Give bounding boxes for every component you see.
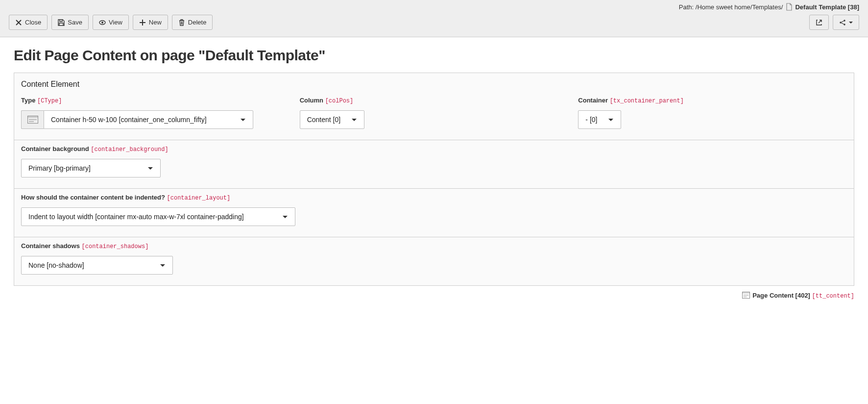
select-type[interactable]: Container h-50 w-100 [container_one_colu… xyxy=(44,110,253,129)
select-layout[interactable]: Indent to layout width [container mx-aut… xyxy=(21,207,295,226)
field-label-shadows: Container shadows [container_shadows] xyxy=(21,242,847,250)
new-button[interactable]: New xyxy=(133,15,168,30)
svg-rect-10 xyxy=(742,292,749,294)
svg-point-4 xyxy=(844,24,845,25)
field-column: Column [colPos] Content [0] xyxy=(300,97,569,129)
chevron-down-icon xyxy=(147,164,153,172)
svg-rect-6 xyxy=(27,116,38,118)
svg-rect-11 xyxy=(743,295,748,296)
field-label-background: Container background [container_backgrou… xyxy=(21,145,847,153)
svg-rect-7 xyxy=(29,119,37,120)
open-external-button[interactable] xyxy=(809,15,829,30)
techname-container: [tx_container_parent] xyxy=(610,98,684,104)
eye-icon xyxy=(99,19,106,26)
content-element-heading: Content Element xyxy=(14,73,854,92)
svg-point-2 xyxy=(840,22,841,23)
trash-icon xyxy=(178,19,185,26)
field-container: Container [tx_container_parent] - [0] xyxy=(578,97,847,129)
techname-background: [container_background] xyxy=(91,146,168,153)
field-label-type: Type [CType] xyxy=(21,97,290,104)
external-link-icon xyxy=(816,19,822,26)
save-icon xyxy=(58,19,65,26)
chevron-down-icon xyxy=(849,19,853,26)
svg-rect-12 xyxy=(743,297,747,298)
svg-point-3 xyxy=(844,20,845,21)
close-label: Close xyxy=(25,19,41,26)
toolbar-buttons: Close Save View New Delete xyxy=(9,15,859,37)
main: Edit Page Content on page "Default Templ… xyxy=(0,37,868,319)
select-background-value: Primary [bg-primary] xyxy=(28,164,91,172)
techname-type: [CType] xyxy=(37,98,62,104)
breadcrumb-current: Default Template [38] xyxy=(795,3,859,11)
footer-title: Page Content [402] xyxy=(752,292,810,299)
select-shadows-value: None [no-shadow] xyxy=(28,261,84,269)
delete-button[interactable]: Delete xyxy=(172,15,213,30)
document-icon xyxy=(786,3,793,11)
techname-column: [colPos] xyxy=(325,98,354,104)
save-label: Save xyxy=(68,19,82,26)
share-button[interactable] xyxy=(833,15,859,30)
field-label-column: Column [colPos] xyxy=(300,97,569,104)
field-label-layout: How should the container content be inde… xyxy=(21,194,847,202)
section-layout: How should the container content be inde… xyxy=(14,188,854,237)
select-container[interactable]: - [0] xyxy=(578,110,621,129)
select-shadows[interactable]: None [no-shadow] xyxy=(21,256,173,275)
select-layout-value: Indent to layout width [container mx-aut… xyxy=(28,213,244,221)
svg-rect-8 xyxy=(29,121,34,122)
field-type: Type [CType] Container h-50 w-100 [conta… xyxy=(21,97,290,129)
chevron-down-icon xyxy=(160,261,166,269)
ctype-icon xyxy=(21,110,44,129)
breadcrumb-path: Path: /Home sweet home/Templates/ xyxy=(679,3,785,11)
plus-icon xyxy=(139,19,146,26)
breadcrumb: Path: /Home sweet home/Templates/ Defaul… xyxy=(9,0,859,15)
techname-shadows: [container_shadows] xyxy=(82,243,149,250)
select-container-value: - [0] xyxy=(585,116,597,124)
close-button[interactable]: Close xyxy=(9,15,48,30)
chevron-down-icon xyxy=(351,116,357,124)
field-label-container: Container [tx_container_parent] xyxy=(578,97,847,104)
section-shadows: Container shadows [container_shadows] No… xyxy=(14,237,854,285)
new-label: New xyxy=(149,19,162,26)
share-icon xyxy=(839,19,846,26)
chevron-down-icon xyxy=(282,213,288,221)
section-background: Container background [container_backgrou… xyxy=(14,140,854,188)
section-general: Type [CType] Container h-50 w-100 [conta… xyxy=(14,92,854,140)
view-button[interactable]: View xyxy=(93,15,129,30)
svg-point-1 xyxy=(101,22,103,24)
select-column[interactable]: Content [0] xyxy=(300,110,365,129)
techname-layout: [container_layout] xyxy=(167,195,231,202)
select-background[interactable]: Primary [bg-primary] xyxy=(21,159,161,177)
delete-label: Delete xyxy=(188,19,207,26)
save-button[interactable]: Save xyxy=(51,15,89,30)
select-type-value: Container h-50 w-100 [container_one_colu… xyxy=(51,116,207,124)
content-icon xyxy=(742,292,750,299)
chevron-down-icon xyxy=(608,116,614,124)
chevron-down-icon xyxy=(240,116,246,124)
footer: Page Content [402] [tt_content] xyxy=(14,286,854,300)
form-panel: Content Element Type [CType] Container h… xyxy=(14,73,854,286)
select-column-value: Content [0] xyxy=(307,116,341,124)
footer-tech: [tt_content] xyxy=(812,293,854,300)
toolbar: Path: /Home sweet home/Templates/ Defaul… xyxy=(0,0,868,37)
page-title: Edit Page Content on page "Default Templ… xyxy=(14,47,854,64)
view-label: View xyxy=(109,19,122,26)
close-icon xyxy=(15,19,22,26)
